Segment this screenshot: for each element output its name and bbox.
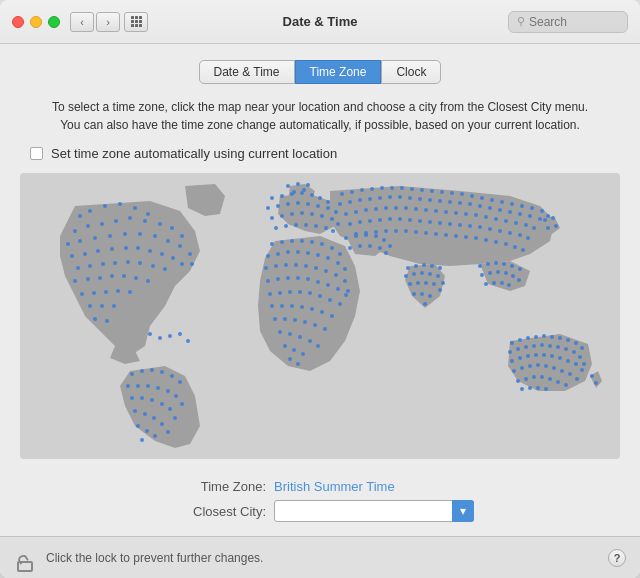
svg-point-129 [302,188,306,192]
svg-point-22 [153,234,157,238]
svg-point-8 [86,224,90,228]
grid-view-button[interactable] [124,12,148,32]
svg-point-111 [280,214,284,218]
svg-point-263 [378,218,382,222]
svg-point-274 [488,227,492,231]
tab-bar: Date & Time Time Zone Clock [20,60,620,84]
svg-point-281 [374,230,378,234]
svg-point-28 [83,252,87,256]
svg-point-218 [546,214,550,218]
svg-point-288 [444,233,448,237]
svg-point-249 [434,209,438,213]
svg-point-371 [526,354,530,358]
help-button[interactable]: ? [608,549,626,567]
svg-point-362 [540,343,544,347]
svg-point-18 [93,236,97,240]
svg-point-191 [316,344,320,348]
search-icon: ⚲ [517,15,525,28]
svg-point-287 [434,232,438,236]
svg-point-47 [98,276,102,280]
tab-clock[interactable]: Clock [381,60,441,84]
city-dropdown-button[interactable] [452,500,474,522]
tab-date-time[interactable]: Date & Time [199,60,295,84]
svg-point-190 [308,339,312,343]
svg-point-307 [441,281,445,285]
search-input[interactable] [529,15,609,29]
svg-point-262 [368,219,372,223]
tab-time-zone[interactable]: Time Zone [295,60,382,84]
svg-point-298 [414,264,418,268]
city-input[interactable] [274,500,474,522]
svg-point-139 [276,252,280,256]
nav-buttons: ‹ › [70,12,120,32]
svg-point-398 [544,387,548,391]
svg-point-247 [414,207,418,211]
svg-point-168 [288,290,292,294]
svg-point-391 [540,375,544,379]
svg-point-332 [507,283,511,287]
svg-point-335 [554,224,558,228]
svg-point-302 [404,274,408,278]
auto-timezone-label: Set time zone automatically using curren… [51,146,337,161]
svg-point-14 [170,226,174,230]
svg-point-358 [508,350,512,354]
svg-point-216 [530,206,534,210]
svg-point-338 [354,234,358,238]
svg-point-54 [104,290,108,294]
svg-point-56 [128,290,132,294]
svg-point-13 [158,222,162,226]
svg-point-382 [536,363,540,367]
svg-point-182 [283,317,287,321]
world-map[interactable] [20,173,620,459]
svg-point-312 [438,288,442,292]
svg-point-230 [448,200,452,204]
svg-point-26 [190,262,194,266]
svg-point-286 [424,231,428,235]
svg-point-74 [136,384,140,388]
svg-point-320 [502,262,506,266]
forward-button[interactable]: › [96,12,120,32]
svg-point-142 [306,251,310,255]
svg-point-296 [521,248,525,252]
svg-point-122 [314,224,318,228]
svg-point-164 [336,287,340,291]
svg-point-390 [532,375,536,379]
svg-point-201 [380,186,384,190]
svg-point-253 [474,213,478,217]
svg-point-339 [364,233,368,237]
search-box[interactable]: ⚲ [508,11,628,33]
back-button[interactable]: ‹ [70,12,94,32]
svg-point-145 [336,261,340,265]
svg-point-96 [280,194,284,198]
svg-point-126 [296,182,300,186]
description-line2: You can also have the time zone change a… [60,118,580,132]
svg-point-237 [518,212,522,216]
svg-point-328 [517,278,521,282]
svg-point-75 [146,384,150,388]
svg-point-241 [354,210,358,214]
svg-point-344 [358,244,362,248]
svg-point-306 [436,274,440,278]
svg-point-400 [594,381,598,385]
svg-point-64 [168,334,172,338]
minimize-button[interactable] [30,16,42,28]
svg-point-194 [301,352,305,356]
svg-point-146 [343,267,347,271]
maximize-button[interactable] [48,16,60,28]
svg-point-378 [580,368,584,372]
svg-point-367 [578,355,582,359]
lock-icon[interactable] [14,544,36,572]
svg-point-173 [338,302,342,306]
svg-point-357 [580,346,584,350]
svg-point-196 [296,362,300,366]
svg-point-32 [136,246,140,250]
svg-point-21 [138,232,142,236]
close-button[interactable] [12,16,24,28]
svg-point-85 [173,416,177,420]
svg-point-9 [100,222,104,226]
svg-point-294 [504,242,508,246]
auto-timezone-checkbox[interactable] [30,147,43,160]
svg-point-103 [276,204,280,208]
svg-point-235 [498,208,502,212]
svg-point-125 [286,184,290,188]
